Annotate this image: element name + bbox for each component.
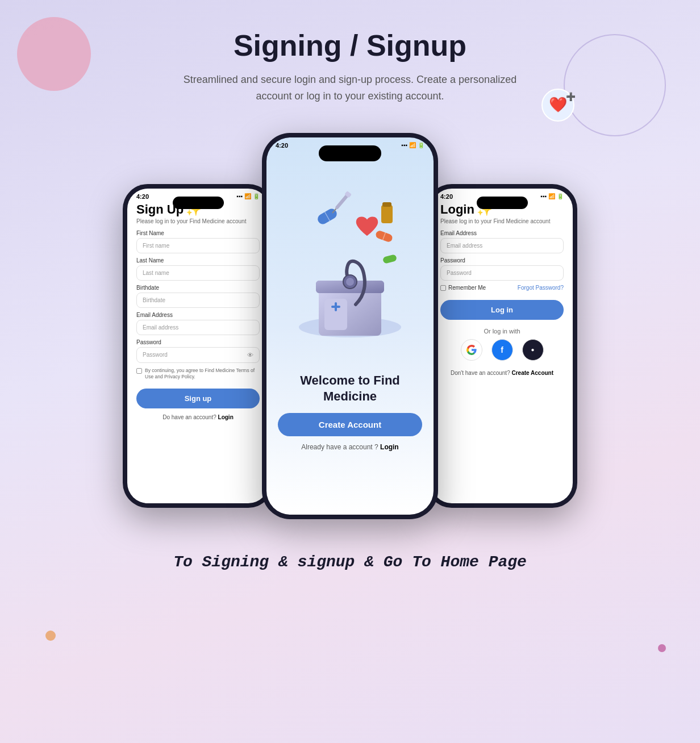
page-subtitle: Streamlined and secure login and sign-up… bbox=[180, 72, 520, 105]
signal-icon2: ▪▪▪ bbox=[401, 142, 407, 148]
create-account-button[interactable]: Create Account bbox=[278, 413, 422, 436]
eye-icon: 👁 bbox=[247, 352, 253, 358]
login-password-input[interactable]: Password bbox=[440, 265, 564, 281]
last-name-label: Last Name bbox=[136, 257, 260, 264]
login-email-label: Email Address bbox=[440, 230, 564, 236]
login-dynamic-island bbox=[477, 197, 528, 209]
phones-container: 4:20 ▪▪▪ 📶 🔋 Sign Up ✨ Please log in to … bbox=[0, 116, 700, 531]
welcome-status-icons: ▪▪▪ 📶 🔋 bbox=[401, 142, 424, 148]
google-login-button[interactable] bbox=[461, 339, 482, 361]
signup-dynamic-island bbox=[173, 197, 224, 209]
login-subtitle: Please log in to your Find Medicine acco… bbox=[440, 218, 564, 224]
login-email-input[interactable]: Email address bbox=[440, 238, 564, 253]
svg-text:➕: ➕ bbox=[566, 92, 575, 102]
signup-password-group: Password Password 👁 bbox=[136, 339, 260, 363]
first-name-input[interactable]: First name bbox=[136, 238, 260, 253]
terms-text: By continuing, you agree to Find Medicin… bbox=[145, 368, 260, 381]
last-name-group: Last Name Last name bbox=[136, 257, 260, 281]
welcome-bottom-link: Already have a account ? Login bbox=[278, 443, 422, 451]
login-bottom-link: Don't have an account? Create Account bbox=[440, 370, 564, 376]
svg-rect-17 bbox=[382, 254, 397, 264]
decorative-dot-bottom-left bbox=[45, 631, 56, 641]
wifi-icon: 📶 bbox=[244, 193, 251, 199]
signup-subtitle: Please log in to your Find Medicine acco… bbox=[136, 218, 260, 224]
signup-status-icons: ▪▪▪ 📶 🔋 bbox=[236, 193, 260, 199]
signup-login-link[interactable]: Login bbox=[218, 414, 234, 420]
login-button[interactable]: Log in bbox=[440, 300, 564, 320]
signup-bottom-link: Do have an account? Login bbox=[136, 414, 260, 420]
battery-icon2: 🔋 bbox=[418, 142, 424, 148]
signup-password-label: Password bbox=[136, 339, 260, 345]
login-password-group: Password Password bbox=[440, 257, 564, 281]
battery-icon: 🔋 bbox=[253, 193, 260, 199]
svg-rect-21 bbox=[381, 205, 393, 223]
signup-button[interactable]: Sign up bbox=[136, 389, 260, 408]
birthdate-group: Birthdate Birthdate bbox=[136, 285, 260, 308]
social-icons-row: f ● bbox=[440, 339, 564, 361]
signup-content: Sign Up ✨ Please log in to your Find Med… bbox=[127, 202, 269, 428]
svg-point-12 bbox=[346, 278, 354, 286]
login-create-account-link[interactable]: Create Account bbox=[512, 370, 554, 376]
welcome-time: 4:20 bbox=[276, 142, 288, 149]
welcome-phone: 4:20 ▪▪▪ 📶 🔋 bbox=[262, 133, 438, 519]
welcome-illustration bbox=[266, 151, 434, 367]
terms-checkbox[interactable] bbox=[136, 368, 142, 374]
other-icon: ● bbox=[531, 347, 534, 353]
signup-screen: 4:20 ▪▪▪ 📶 🔋 Sign Up ✨ Please log in to … bbox=[127, 189, 269, 503]
login-content: Login ✨ Please log in to your Find Medic… bbox=[431, 202, 573, 383]
remember-forgot-row: Remember Me Forgot Password? bbox=[440, 285, 564, 291]
signup-time: 4:20 bbox=[136, 193, 149, 200]
wifi-icon2: 📶 bbox=[409, 142, 416, 148]
last-name-input[interactable]: Last name bbox=[136, 265, 260, 281]
forgot-password-link[interactable]: Forgot Password? bbox=[518, 285, 564, 291]
signup-phone: 4:20 ▪▪▪ 📶 🔋 Sign Up ✨ Please log in to … bbox=[123, 184, 273, 508]
signup-email-input[interactable]: Email address bbox=[136, 320, 260, 335]
login-screen: 4:20 ▪▪▪ 📶 🔋 Login ✨ Please log in to yo… bbox=[431, 189, 573, 503]
svg-text:❤️: ❤️ bbox=[549, 95, 568, 114]
login-phone: 4:20 ▪▪▪ 📶 🔋 Login ✨ Please log in to yo… bbox=[427, 184, 577, 508]
first-name-label: First Name bbox=[136, 230, 260, 236]
terms-row: By continuing, you agree to Find Medicin… bbox=[136, 368, 260, 381]
signal-icon: ▪▪▪ bbox=[236, 193, 243, 199]
remember-checkbox[interactable] bbox=[440, 285, 446, 291]
signup-email-label: Email Address bbox=[136, 312, 260, 318]
birthdate-label: Birthdate bbox=[136, 285, 260, 291]
welcome-login-link[interactable]: Login bbox=[380, 443, 399, 451]
svg-rect-8 bbox=[335, 302, 337, 311]
signup-password-input[interactable]: Password 👁 bbox=[136, 347, 260, 363]
decorative-blob-left bbox=[17, 17, 91, 91]
signal-icon3: ▪▪▪ bbox=[540, 193, 547, 199]
signup-email-group: Email Address Email address bbox=[136, 312, 260, 335]
battery-icon3: 🔋 bbox=[557, 193, 564, 199]
welcome-title: Welcome to Find Medicine bbox=[278, 373, 422, 405]
birthdate-input[interactable]: Birthdate bbox=[136, 293, 260, 308]
wifi-icon3: 📶 bbox=[548, 193, 555, 199]
welcome-screen: 4:20 ▪▪▪ 📶 🔋 bbox=[266, 137, 434, 515]
login-status-icons: ▪▪▪ 📶 🔋 bbox=[540, 193, 564, 199]
login-time: 4:20 bbox=[440, 193, 453, 200]
footer-text: To Signing & signup & Go To Home Page bbox=[0, 531, 700, 599]
svg-rect-22 bbox=[382, 202, 391, 207]
facebook-icon: f bbox=[501, 345, 503, 354]
decorative-dot-bottom-right bbox=[658, 644, 666, 652]
first-name-group: First Name First name bbox=[136, 230, 260, 253]
remember-me-row: Remember Me bbox=[440, 285, 486, 291]
login-password-label: Password bbox=[440, 257, 564, 264]
or-divider: Or log in with bbox=[440, 328, 564, 335]
medicine-illustration bbox=[276, 162, 424, 356]
welcome-text-area: Welcome to Find Medicine Create Account … bbox=[266, 367, 434, 457]
login-email-group: Email Address Email address bbox=[440, 230, 564, 253]
facebook-login-button[interactable]: f bbox=[491, 339, 513, 361]
other-login-button[interactable]: ● bbox=[522, 339, 544, 361]
welcome-dynamic-island bbox=[319, 145, 381, 161]
